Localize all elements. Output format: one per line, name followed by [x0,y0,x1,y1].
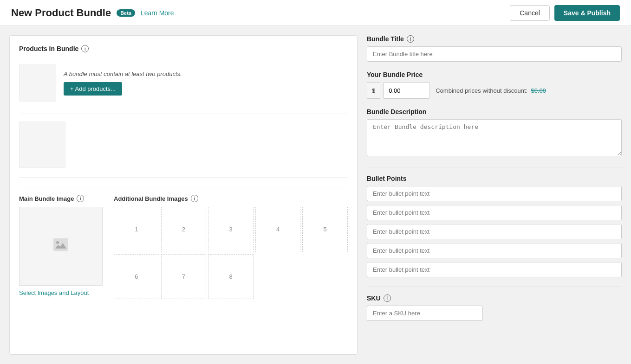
main-image-upload-box[interactable] [19,207,103,286]
svg-point-1 [56,241,59,244]
select-images-link[interactable]: Select Images and Layout [19,289,103,296]
products-divider [19,114,348,114]
additional-images-label: Additional Bundle Images i [114,195,348,202]
bullet-point-input-1[interactable] [367,186,622,201]
combined-price-label: Combined prices without discount: [436,87,527,94]
main-content: Products In Bundle i A bundle must conta… [0,26,631,364]
learn-more-link[interactable]: Learn More [141,9,174,17]
image-cell[interactable]: 1 [114,207,159,252]
image-cell[interactable]: 3 [208,207,254,252]
page-title: New Product Bundle [11,7,111,19]
bullet-point-input-4[interactable] [367,243,622,258]
images-section: Main Bundle Image i Select Images and La… [19,195,348,299]
image-cell[interactable]: 6 [114,254,159,300]
bundle-title-label-text: Bundle Title [367,35,404,43]
additional-images-column: Additional Bundle Images i 12345678 [114,195,348,299]
products-section-label: Products In Bundle [19,45,78,52]
bullet-divider [367,287,622,287]
main-image-label: Main Bundle Image i [19,195,103,202]
product-add-area: A bundle must contain at least two produ… [64,70,182,96]
beta-badge: Beta [117,9,135,17]
product-placeholder-row: A bundle must contain at least two produ… [19,60,348,106]
svg-rect-0 [53,238,68,251]
bundle-title-input[interactable] [367,46,622,62]
bullet-point-input-2[interactable] [367,205,622,220]
bundle-description-label: Bundle Description [367,108,622,115]
products-section-header: Products In Bundle i [19,45,348,52]
price-row: $ Combined prices without discount: $0.0… [367,82,622,99]
additional-images-grid: 12345678 [114,207,348,299]
cancel-button[interactable]: Cancel [510,5,550,21]
bullet-points-section: Bullet Points [367,175,622,277]
bundle-price-input[interactable] [384,82,430,99]
product-thumbnail-large [19,121,65,168]
product-placeholder-row-2 [19,121,348,168]
image-cell[interactable]: 7 [161,254,207,300]
save-publish-button[interactable]: Save & Publish [554,5,620,21]
bundle-description-input[interactable] [367,119,622,156]
product-info-text: A bundle must contain at least two produ… [64,70,182,77]
bundle-title-label: Bundle Title i [367,35,622,43]
image-cell[interactable]: 8 [208,254,254,300]
description-divider [367,167,622,167]
section-divider [19,187,348,187]
bundle-title-info-icon[interactable]: i [407,35,414,43]
bullet-point-input-3[interactable] [367,224,622,239]
image-cell[interactable]: 2 [161,207,207,252]
sku-label-text: SKU [367,294,381,302]
main-image-label-text: Main Bundle Image [19,195,74,202]
bullet-point-input-5[interactable] [367,262,622,277]
additional-images-info-icon[interactable]: i [191,195,198,202]
products-info-icon[interactable]: i [81,45,89,52]
bundle-price-label: Your Bundle Price [367,71,622,78]
currency-symbol: $ [367,82,380,99]
additional-images-label-text: Additional Bundle Images [114,195,188,202]
sku-section: SKU i [367,294,622,321]
bundle-description-section: Bundle Description [367,108,622,158]
bullet-points-label: Bullet Points [367,175,622,182]
add-products-button[interactable]: + Add products... [64,82,122,96]
main-image-column: Main Bundle Image i Select Images and La… [19,195,103,296]
sku-label: SKU i [367,294,622,302]
image-placeholder-icon [53,238,68,255]
image-cell[interactable]: 4 [255,207,301,252]
image-cell[interactable]: 5 [302,207,348,252]
bundle-price-section: Your Bundle Price $ Combined prices with… [367,71,622,99]
bullet-inputs-container [367,186,622,277]
left-panel: Products In Bundle i A bundle must conta… [9,35,358,355]
header-right: Cancel Save & Publish [510,5,620,21]
combined-price-text: Combined prices without discount: $0.00 [436,87,546,94]
sku-input[interactable] [367,306,483,321]
combined-price-value: $0.00 [531,87,546,94]
products-in-bundle-section: Products In Bundle i A bundle must conta… [19,45,348,178]
right-panel: Bundle Title i Your Bundle Price $ Combi… [358,35,622,355]
header: New Product Bundle Beta Learn More Cance… [0,0,631,26]
main-image-info-icon[interactable]: i [77,195,84,202]
product-thumbnail-empty [19,64,56,102]
sku-info-icon[interactable]: i [384,294,391,302]
header-left: New Product Bundle Beta Learn More [11,7,174,19]
bundle-title-section: Bundle Title i [367,35,622,62]
